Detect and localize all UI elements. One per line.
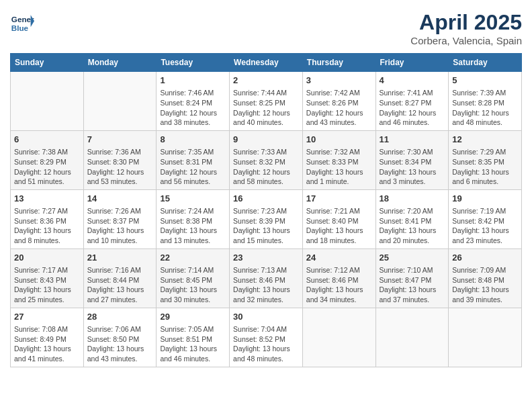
day-number: 22 bbox=[160, 252, 226, 264]
cell-info: Sunrise: 7:04 AMSunset: 8:52 PMDaylight:… bbox=[233, 324, 299, 364]
day-number: 17 bbox=[306, 193, 372, 205]
week-row-5: 27Sunrise: 7:08 AMSunset: 8:49 PMDayligh… bbox=[11, 308, 522, 367]
cell-info: Sunrise: 7:12 AMSunset: 8:46 PMDaylight:… bbox=[306, 265, 372, 305]
calendar-cell: 8Sunrise: 7:35 AMSunset: 8:31 PMDaylight… bbox=[157, 130, 230, 189]
cell-info: Sunrise: 7:29 AMSunset: 8:35 PMDaylight:… bbox=[452, 147, 518, 187]
cell-info: Sunrise: 7:27 AMSunset: 8:36 PMDaylight:… bbox=[14, 206, 80, 246]
header-cell-tuesday: Tuesday bbox=[157, 54, 230, 72]
day-number: 8 bbox=[160, 134, 226, 146]
calendar-cell: 24Sunrise: 7:12 AMSunset: 8:46 PMDayligh… bbox=[302, 248, 375, 308]
header-cell-sunday: Sunday bbox=[11, 54, 84, 72]
header-cell-friday: Friday bbox=[375, 54, 449, 72]
day-number: 3 bbox=[306, 75, 372, 87]
calendar-table: SundayMondayTuesdayWednesdayThursdayFrid… bbox=[10, 53, 522, 367]
day-number: 20 bbox=[14, 252, 80, 264]
calendar-cell: 23Sunrise: 7:13 AMSunset: 8:46 PMDayligh… bbox=[230, 248, 303, 308]
calendar-cell bbox=[375, 308, 449, 367]
cell-info: Sunrise: 7:13 AMSunset: 8:46 PMDaylight:… bbox=[233, 265, 299, 305]
cell-info: Sunrise: 7:36 AMSunset: 8:30 PMDaylight:… bbox=[87, 147, 153, 187]
calendar-cell: 17Sunrise: 7:21 AMSunset: 8:40 PMDayligh… bbox=[302, 189, 375, 248]
day-number: 12 bbox=[452, 134, 518, 146]
week-row-3: 13Sunrise: 7:27 AMSunset: 8:36 PMDayligh… bbox=[11, 189, 522, 248]
cell-info: Sunrise: 7:26 AMSunset: 8:37 PMDaylight:… bbox=[87, 206, 153, 246]
day-number: 29 bbox=[160, 311, 226, 323]
day-number: 30 bbox=[233, 311, 299, 323]
cell-info: Sunrise: 7:17 AMSunset: 8:43 PMDaylight:… bbox=[14, 265, 80, 305]
cell-info: Sunrise: 7:08 AMSunset: 8:49 PMDaylight:… bbox=[14, 324, 80, 364]
calendar-cell: 28Sunrise: 7:06 AMSunset: 8:50 PMDayligh… bbox=[83, 308, 157, 367]
calendar-cell: 15Sunrise: 7:24 AMSunset: 8:38 PMDayligh… bbox=[157, 189, 230, 248]
calendar-body: 1Sunrise: 7:46 AMSunset: 8:24 PMDaylight… bbox=[11, 72, 522, 367]
calendar-cell: 12Sunrise: 7:29 AMSunset: 8:35 PMDayligh… bbox=[449, 130, 522, 189]
cell-info: Sunrise: 7:14 AMSunset: 8:45 PMDaylight:… bbox=[160, 265, 226, 305]
calendar-cell: 27Sunrise: 7:08 AMSunset: 8:49 PMDayligh… bbox=[11, 308, 84, 367]
day-number: 28 bbox=[87, 311, 153, 323]
cell-info: Sunrise: 7:39 AMSunset: 8:28 PMDaylight:… bbox=[452, 88, 518, 128]
calendar-cell: 19Sunrise: 7:19 AMSunset: 8:42 PMDayligh… bbox=[449, 189, 522, 248]
calendar-cell: 6Sunrise: 7:38 AMSunset: 8:29 PMDaylight… bbox=[11, 130, 84, 189]
day-number: 2 bbox=[233, 75, 299, 87]
calendar-cell: 30Sunrise: 7:04 AMSunset: 8:52 PMDayligh… bbox=[230, 308, 303, 367]
calendar-cell: 7Sunrise: 7:36 AMSunset: 8:30 PMDaylight… bbox=[83, 130, 157, 189]
svg-text:Blue: Blue bbox=[11, 24, 29, 32]
cell-info: Sunrise: 7:06 AMSunset: 8:50 PMDaylight:… bbox=[87, 324, 153, 364]
cell-info: Sunrise: 7:23 AMSunset: 8:39 PMDaylight:… bbox=[233, 206, 299, 246]
calendar-cell: 26Sunrise: 7:09 AMSunset: 8:48 PMDayligh… bbox=[449, 248, 522, 308]
page-header: General Blue April 2025 Corbera, Valenci… bbox=[10, 10, 522, 46]
day-number: 6 bbox=[14, 134, 80, 146]
calendar-cell: 13Sunrise: 7:27 AMSunset: 8:36 PMDayligh… bbox=[11, 189, 84, 248]
day-number: 25 bbox=[380, 252, 445, 264]
week-row-1: 1Sunrise: 7:46 AMSunset: 8:24 PMDaylight… bbox=[11, 72, 522, 131]
cell-info: Sunrise: 7:20 AMSunset: 8:41 PMDaylight:… bbox=[380, 206, 445, 246]
calendar-cell: 1Sunrise: 7:46 AMSunset: 8:24 PMDaylight… bbox=[157, 72, 230, 131]
day-number: 7 bbox=[87, 134, 153, 146]
calendar-cell: 11Sunrise: 7:30 AMSunset: 8:34 PMDayligh… bbox=[375, 130, 449, 189]
calendar-cell: 18Sunrise: 7:20 AMSunset: 8:41 PMDayligh… bbox=[375, 189, 449, 248]
calendar-cell: 5Sunrise: 7:39 AMSunset: 8:28 PMDaylight… bbox=[449, 72, 522, 131]
calendar-cell: 22Sunrise: 7:14 AMSunset: 8:45 PMDayligh… bbox=[157, 248, 230, 308]
cell-info: Sunrise: 7:35 AMSunset: 8:31 PMDaylight:… bbox=[160, 147, 226, 187]
header-cell-thursday: Thursday bbox=[302, 54, 375, 72]
day-number: 5 bbox=[452, 75, 518, 87]
cell-info: Sunrise: 7:44 AMSunset: 8:25 PMDaylight:… bbox=[233, 88, 299, 128]
calendar-cell: 3Sunrise: 7:42 AMSunset: 8:26 PMDaylight… bbox=[302, 72, 375, 131]
calendar-cell: 9Sunrise: 7:33 AMSunset: 8:32 PMDaylight… bbox=[230, 130, 303, 189]
cell-info: Sunrise: 7:46 AMSunset: 8:24 PMDaylight:… bbox=[160, 88, 226, 128]
cell-info: Sunrise: 7:21 AMSunset: 8:40 PMDaylight:… bbox=[306, 206, 372, 246]
cell-info: Sunrise: 7:05 AMSunset: 8:51 PMDaylight:… bbox=[160, 324, 226, 364]
day-number: 13 bbox=[14, 193, 80, 205]
calendar-cell bbox=[83, 72, 157, 131]
day-number: 19 bbox=[452, 193, 518, 205]
calendar-cell: 29Sunrise: 7:05 AMSunset: 8:51 PMDayligh… bbox=[157, 308, 230, 367]
cell-info: Sunrise: 7:33 AMSunset: 8:32 PMDaylight:… bbox=[233, 147, 299, 187]
calendar-cell: 21Sunrise: 7:16 AMSunset: 8:44 PMDayligh… bbox=[83, 248, 157, 308]
day-number: 11 bbox=[380, 134, 445, 146]
day-number: 10 bbox=[306, 134, 372, 146]
week-row-2: 6Sunrise: 7:38 AMSunset: 8:29 PMDaylight… bbox=[11, 130, 522, 189]
calendar-cell bbox=[449, 308, 522, 367]
day-number: 16 bbox=[233, 193, 299, 205]
calendar-cell: 2Sunrise: 7:44 AMSunset: 8:25 PMDaylight… bbox=[230, 72, 303, 131]
cell-info: Sunrise: 7:41 AMSunset: 8:27 PMDaylight:… bbox=[380, 88, 445, 128]
page-subtitle: Corbera, Valencia, Spain bbox=[410, 35, 522, 46]
cell-info: Sunrise: 7:16 AMSunset: 8:44 PMDaylight:… bbox=[87, 265, 153, 305]
calendar-header: SundayMondayTuesdayWednesdayThursdayFrid… bbox=[11, 54, 522, 72]
header-cell-saturday: Saturday bbox=[449, 54, 522, 72]
cell-info: Sunrise: 7:30 AMSunset: 8:34 PMDaylight:… bbox=[380, 147, 445, 187]
page-title: April 2025 bbox=[410, 10, 522, 35]
logo-icon: General Blue bbox=[10, 10, 34, 34]
day-number: 24 bbox=[306, 252, 372, 264]
cell-info: Sunrise: 7:19 AMSunset: 8:42 PMDaylight:… bbox=[452, 206, 518, 246]
day-number: 15 bbox=[160, 193, 226, 205]
day-number: 1 bbox=[160, 75, 226, 87]
day-number: 27 bbox=[14, 311, 80, 323]
day-number: 21 bbox=[87, 252, 153, 264]
header-cell-wednesday: Wednesday bbox=[230, 54, 303, 72]
calendar-cell bbox=[302, 308, 375, 367]
calendar-cell: 16Sunrise: 7:23 AMSunset: 8:39 PMDayligh… bbox=[230, 189, 303, 248]
calendar-cell: 14Sunrise: 7:26 AMSunset: 8:37 PMDayligh… bbox=[83, 189, 157, 248]
cell-info: Sunrise: 7:24 AMSunset: 8:38 PMDaylight:… bbox=[160, 206, 226, 246]
week-row-4: 20Sunrise: 7:17 AMSunset: 8:43 PMDayligh… bbox=[11, 248, 522, 308]
header-cell-monday: Monday bbox=[83, 54, 157, 72]
day-number: 26 bbox=[452, 252, 518, 264]
